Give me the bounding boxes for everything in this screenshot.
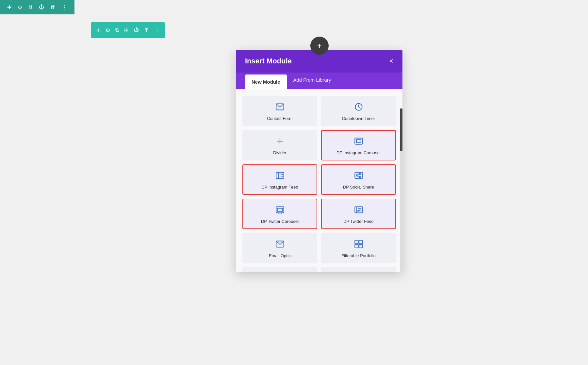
module-gallery[interactable]: Gallery bbox=[242, 267, 317, 272]
module-filterable-portfolio[interactable]: Filterable Portfolio bbox=[321, 233, 396, 263]
filterable-portfolio-label: Filterable Portfolio bbox=[341, 253, 376, 258]
mid-ellipsis-icon[interactable]: ⋮ bbox=[155, 27, 160, 33]
svg-rect-4 bbox=[355, 138, 362, 144]
dp-twitter-feed-label: DP Twitter Feed bbox=[343, 219, 374, 224]
module-dp-twitter-carousel[interactable]: DP Twitter Carousel bbox=[242, 199, 317, 229]
contact-form-icon bbox=[275, 102, 285, 113]
module-divider[interactable]: Divider bbox=[242, 130, 317, 160]
svg-line-17 bbox=[358, 176, 359, 176]
email-optin-label: Email Optin bbox=[269, 253, 291, 258]
divider-icon bbox=[275, 137, 285, 148]
svg-rect-12 bbox=[355, 173, 362, 179]
svg-rect-22 bbox=[355, 207, 362, 213]
mid-toolbar: ✛ ⚙ ⧉ ⊞ ⏻ 🗑 ⋮ bbox=[91, 22, 165, 38]
svg-rect-8 bbox=[276, 173, 284, 179]
scroll-thumb[interactable] bbox=[400, 108, 402, 151]
insert-module-modal: Insert Module × New Module Add From Libr… bbox=[236, 50, 402, 272]
mid-copy-icon[interactable]: ⧉ bbox=[115, 27, 119, 33]
modal-title: Insert Module bbox=[245, 57, 292, 65]
tab-new-module[interactable]: New Module bbox=[245, 75, 287, 90]
svg-point-15 bbox=[359, 176, 361, 178]
dp-instagram-feed-label: DP Instagram Feed bbox=[261, 185, 298, 190]
dp-instagram-carousel-label: DP Instagram Carousel bbox=[336, 150, 381, 155]
dp-twitter-carousel-label: DP Twitter Carousel bbox=[261, 219, 299, 224]
module-contact-form[interactable]: Contact Form bbox=[242, 96, 317, 126]
dp-social-share-label: DP Social Share bbox=[343, 185, 374, 190]
top-ellipsis-icon[interactable]: ⋮ bbox=[62, 4, 67, 10]
svg-rect-28 bbox=[359, 240, 363, 244]
svg-point-13 bbox=[356, 175, 358, 176]
dp-instagram-feed-icon bbox=[275, 171, 285, 182]
module-grid: Contact Form Countdown Timer bbox=[242, 96, 396, 272]
svg-rect-27 bbox=[355, 240, 358, 244]
svg-point-14 bbox=[359, 173, 361, 175]
top-toolbar: ✚ ⚙ ⧉ ⏻ 🗑 ⋮ bbox=[0, 0, 74, 14]
module-list: Contact Form Countdown Timer bbox=[236, 89, 402, 272]
top-gear-icon[interactable]: ⚙ bbox=[18, 4, 22, 10]
countdown-timer-label: Countdown Timer bbox=[342, 116, 375, 121]
plus-icon: + bbox=[317, 41, 322, 50]
scrollbar[interactable] bbox=[400, 108, 402, 272]
contact-form-label: Contact Form bbox=[267, 116, 293, 121]
svg-rect-19 bbox=[277, 208, 282, 211]
svg-rect-30 bbox=[359, 244, 363, 248]
module-countdown-timer[interactable]: Countdown Timer bbox=[321, 96, 396, 126]
top-copy-icon[interactable]: ⧉ bbox=[29, 4, 32, 10]
module-dp-instagram-carousel[interactable]: DP Instagram Carousel bbox=[321, 130, 396, 160]
top-trash-icon[interactable]: 🗑 bbox=[50, 4, 56, 10]
tab-add-from-library[interactable]: Add From Library bbox=[287, 73, 338, 90]
module-email-optin[interactable]: Email Optin bbox=[242, 233, 317, 263]
filterable-portfolio-icon bbox=[354, 240, 363, 251]
mid-power-icon[interactable]: ⏻ bbox=[134, 27, 139, 33]
svg-line-16 bbox=[358, 174, 359, 175]
top-plus-icon[interactable]: ✚ bbox=[7, 4, 11, 10]
modal-tabs: New Module Add From Library bbox=[236, 73, 402, 89]
insert-module-button[interactable]: + bbox=[310, 37, 329, 55]
mid-move-icon[interactable]: ✛ bbox=[96, 27, 100, 33]
mid-trash-icon[interactable]: 🗑 bbox=[144, 27, 149, 33]
module-dp-social-share[interactable]: DP Social Share bbox=[321, 164, 396, 195]
module-icon[interactable]: Icon bbox=[321, 267, 396, 272]
mid-gear-icon[interactable]: ⚙ bbox=[106, 27, 110, 33]
divider-label: Divider bbox=[273, 150, 286, 155]
dp-social-share-icon bbox=[354, 171, 363, 182]
module-dp-instagram-feed[interactable]: DP Instagram Feed bbox=[242, 164, 317, 195]
modal-close-button[interactable]: × bbox=[389, 58, 393, 65]
svg-rect-29 bbox=[355, 244, 358, 248]
dp-twitter-carousel-icon bbox=[275, 205, 285, 216]
countdown-timer-icon bbox=[354, 102, 363, 113]
mid-grid-icon[interactable]: ⊞ bbox=[124, 27, 128, 33]
email-optin-icon bbox=[275, 240, 285, 251]
dp-twitter-feed-icon bbox=[354, 205, 363, 216]
top-power-icon[interactable]: ⏻ bbox=[39, 4, 44, 10]
dp-instagram-carousel-icon bbox=[354, 137, 363, 148]
svg-rect-5 bbox=[356, 140, 361, 142]
module-dp-twitter-feed[interactable]: DP Twitter Feed bbox=[321, 199, 396, 229]
